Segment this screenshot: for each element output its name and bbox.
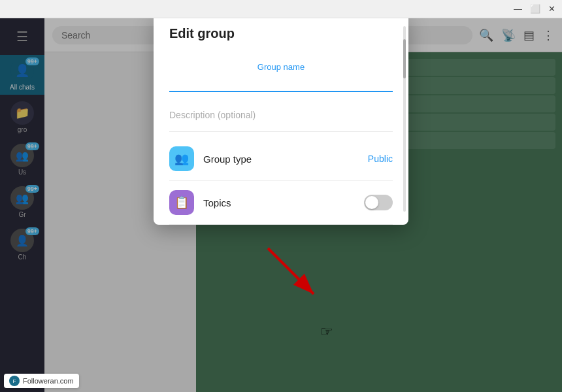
topics-icon-glyph: 📋 <box>174 195 189 210</box>
maximize-button[interactable]: ⬜ <box>530 5 540 13</box>
watermark-text: Followeran.com <box>23 377 74 385</box>
window-chrome: — ⬜ ✕ <box>0 0 562 18</box>
settings-list: 👥 Group type Public 📋 Topics <box>169 132 393 225</box>
watermark: F Followeran.com <box>4 374 79 388</box>
topics-icon: 📋 <box>169 190 194 215</box>
modal-scrollbar-thumb[interactable] <box>403 39 406 78</box>
group-type-item[interactable]: 👥 Group type Public <box>169 137 393 181</box>
topics-item[interactable]: 📋 Topics <box>169 181 393 225</box>
group-type-icon-glyph: 👥 <box>174 152 189 166</box>
group-type-icon: 👥 <box>169 146 194 171</box>
minimize-button[interactable]: — <box>514 5 522 13</box>
close-button[interactable]: ✕ <box>548 5 555 13</box>
description-field: Description (optional) <box>169 99 393 132</box>
group-name-label: Group name <box>169 62 393 72</box>
group-type-label: Group type <box>203 154 359 165</box>
topics-label: Topics <box>203 197 355 208</box>
modal-header: Edit group <box>154 13 408 49</box>
description-placeholder: Description (optional) <box>169 110 256 120</box>
group-name-field: Group name <box>169 49 393 99</box>
watermark-logo: F <box>9 376 20 386</box>
modal-title: Edit group <box>169 26 235 41</box>
topics-toggle[interactable] <box>364 195 393 210</box>
modal-scrollbar <box>403 26 406 212</box>
modal-body: Group name Description (optional) 👥 Grou… <box>154 49 408 225</box>
group-name-input[interactable] <box>169 74 393 92</box>
group-type-value: Public <box>368 154 393 164</box>
edit-group-modal: Edit group Group name Description (optio… <box>154 13 408 225</box>
topics-toggle-knob <box>365 196 378 209</box>
